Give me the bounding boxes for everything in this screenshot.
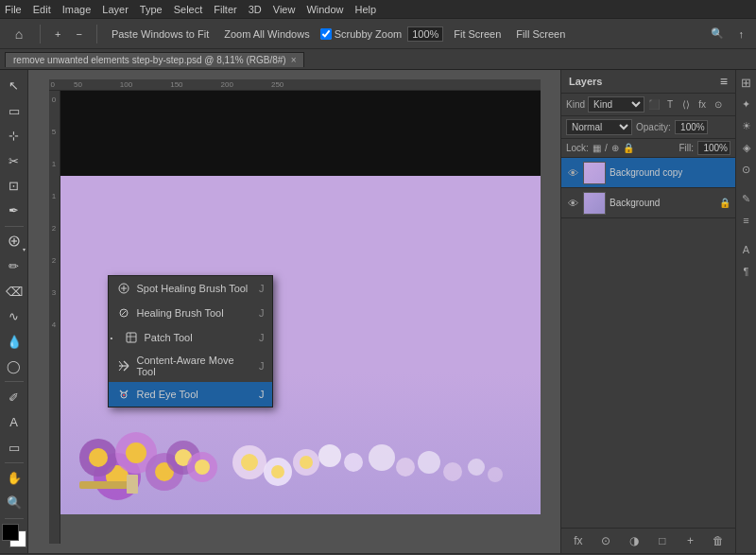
svg-point-23 <box>369 444 395 471</box>
dodge-tool[interactable]: ◯ <box>2 355 26 378</box>
crop-tool[interactable]: ⊡ <box>2 174 26 198</box>
quick-select-tool[interactable]: ✂ <box>2 148 26 172</box>
search-button[interactable]: 🔍 <box>706 26 729 42</box>
hand-tool[interactable]: ✋ <box>2 466 26 490</box>
fill-input[interactable] <box>697 141 730 155</box>
layer-lock-icon: 🔒 <box>719 198 730 208</box>
main-layout: ↖ ▭ ⊹ ✂ ⊡ ✒ ▾ ✏ ⌫ ∿ 💧 ◯ ✐ A ▭ ✋ 🔍 <box>0 70 756 553</box>
document-tab[interactable]: remove unwanted elements step-by-step.ps… <box>5 52 304 67</box>
healing-brush-tool-item[interactable]: Healing Brush Tool J <box>109 301 272 325</box>
filter-kind-select[interactable]: Kind <box>588 96 644 113</box>
layer-group-button[interactable]: □ <box>653 531 672 550</box>
menu-filter[interactable]: Filter <box>214 4 236 15</box>
menu-edit[interactable]: Edit <box>33 4 51 15</box>
filter-shape-button[interactable]: ⟨⟩ <box>679 98 693 112</box>
paste-windows-button[interactable]: Paste Windows to Fit <box>107 26 214 42</box>
content-aware-label: Content-Aware Move Tool <box>137 355 254 377</box>
patch-tool-item[interactable]: • Patch Tool J <box>109 325 272 350</box>
zoom-input[interactable] <box>407 26 443 42</box>
layer-visibility-icon[interactable]: 👁 <box>566 166 579 180</box>
menu-layer[interactable]: Layer <box>102 4 129 15</box>
far-right-btn-3[interactable]: ☀ <box>738 117 755 134</box>
zoom-tool[interactable]: 🔍 <box>2 491 26 514</box>
gradient-tool[interactable]: ∿ <box>2 304 26 328</box>
far-right-btn-9[interactable]: ¶ <box>738 263 755 280</box>
lock-position-button[interactable]: ⊕ <box>611 143 619 153</box>
fill-label: Fill: <box>679 143 694 153</box>
layer-fx-button[interactable]: fx <box>569 531 588 550</box>
tab-close-button[interactable]: × <box>291 55 297 65</box>
layers-list: 👁 Background copy 👁 Background 🔒 <box>561 158 735 528</box>
fill-screen-button[interactable]: Fill Screen <box>511 26 570 42</box>
foreground-swatch[interactable] <box>2 524 19 541</box>
marquee-tool[interactable]: ▭ <box>2 98 26 122</box>
layers-filter: Kind Kind ⬛ T ⟨⟩ fx ⊙ <box>561 94 735 116</box>
brush-tool[interactable]: ✏ <box>2 254 26 278</box>
layer-background[interactable]: 👁 Background 🔒 <box>561 188 735 218</box>
layer-adjustment-button[interactable]: ◑ <box>625 531 644 550</box>
layer-background-copy[interactable]: 👁 Background copy <box>561 158 735 188</box>
zoom-in-button[interactable]: + <box>50 26 65 42</box>
menu-view[interactable]: View <box>273 4 296 15</box>
filter-pixel-button[interactable]: ⬛ <box>647 98 661 112</box>
zoom-all-button[interactable]: Zoom All Windows <box>219 26 314 42</box>
spot-heal-tool[interactable]: ▾ <box>2 230 26 253</box>
toolbar-top: ⌂ + − Paste Windows to Fit Zoom All Wind… <box>0 19 756 49</box>
delete-layer-button[interactable]: 🗑 <box>709 531 728 550</box>
move-tool[interactable]: ↖ <box>2 74 26 97</box>
share-button[interactable]: ↑ <box>734 26 749 42</box>
red-eye-tool-item[interactable]: Red Eye Tool J <box>109 382 272 407</box>
far-right-btn-1[interactable]: ⊞ <box>738 74 755 91</box>
far-right-btn-5[interactable]: ⊙ <box>738 161 755 178</box>
far-right-btn-6[interactable]: ✎ <box>738 190 755 207</box>
lock-draw-button[interactable]: / <box>605 143 608 153</box>
opacity-label: Opacity: <box>636 122 671 132</box>
menu-image[interactable]: Image <box>62 4 92 15</box>
pen-tool[interactable]: ✐ <box>2 385 26 408</box>
lock-all-button[interactable]: 🔒 <box>623 143 634 153</box>
menu-select[interactable]: Select <box>174 4 203 15</box>
text-tool[interactable]: A <box>2 410 26 434</box>
scrubby-zoom-check: Scrubby Zoom <box>320 28 403 40</box>
far-right-btn-4[interactable]: ◈ <box>738 139 755 156</box>
filter-text-button[interactable]: T <box>663 98 677 112</box>
far-right-btn-7[interactable]: ≡ <box>738 212 755 229</box>
opacity-input[interactable] <box>675 120 708 134</box>
blend-mode-select[interactable]: Normal <box>566 119 632 135</box>
menu-help[interactable]: Help <box>355 4 377 15</box>
eyedropper-tool[interactable]: ✒ <box>2 199 26 222</box>
menu-window[interactable]: Window <box>306 4 343 15</box>
lock-pixel-button[interactable]: ▦ <box>593 143 601 153</box>
layer-visibility-icon[interactable]: 👁 <box>566 197 579 210</box>
red-eye-icon <box>116 387 131 402</box>
svg-point-16 <box>241 454 258 471</box>
content-aware-shortcut: J <box>259 360 265 372</box>
menu-type[interactable]: Type <box>140 4 163 15</box>
far-right-btn-8[interactable]: A <box>738 241 755 258</box>
spot-healing-brush-tool-item[interactable]: Spot Healing Brush Tool J <box>109 276 272 301</box>
fit-screen-button[interactable]: Fit Screen <box>449 26 506 42</box>
svg-line-39 <box>119 361 123 366</box>
blur-tool[interactable]: 💧 <box>2 330 26 354</box>
content-aware-move-tool-item[interactable]: Content-Aware Move Tool J <box>109 350 272 382</box>
new-layer-button[interactable]: + <box>680 531 699 550</box>
zoom-out-button[interactable]: − <box>71 26 86 42</box>
scrubby-zoom-checkbox[interactable] <box>320 28 332 40</box>
home-button[interactable]: ⌂ <box>8 23 30 45</box>
lasso-tool[interactable]: ⊹ <box>2 124 26 147</box>
filter-smart-button[interactable]: ⊙ <box>712 98 725 112</box>
far-right-btn-2[interactable]: ✦ <box>738 95 755 113</box>
menu-3d[interactable]: 3D <box>249 4 262 15</box>
layer-mask-button[interactable]: ⊙ <box>596 531 615 550</box>
svg-point-6 <box>89 448 108 467</box>
eraser-tool[interactable]: ⌫ <box>2 280 26 304</box>
menu-file[interactable]: File <box>5 4 22 15</box>
svg-point-44 <box>122 394 124 396</box>
filter-fx-button[interactable]: fx <box>696 98 709 112</box>
layers-menu-button[interactable]: ≡ <box>720 74 728 89</box>
shape-tool[interactable]: ▭ <box>2 435 26 459</box>
canvas-viewport[interactable]: Spot Healing Brush Tool J Healing Brush … <box>60 91 541 544</box>
ruler-vertical: 0 5 1 1 2 2 3 4 <box>49 91 60 544</box>
separator <box>96 25 97 43</box>
tab-bar: remove unwanted elements step-by-step.ps… <box>0 49 756 70</box>
